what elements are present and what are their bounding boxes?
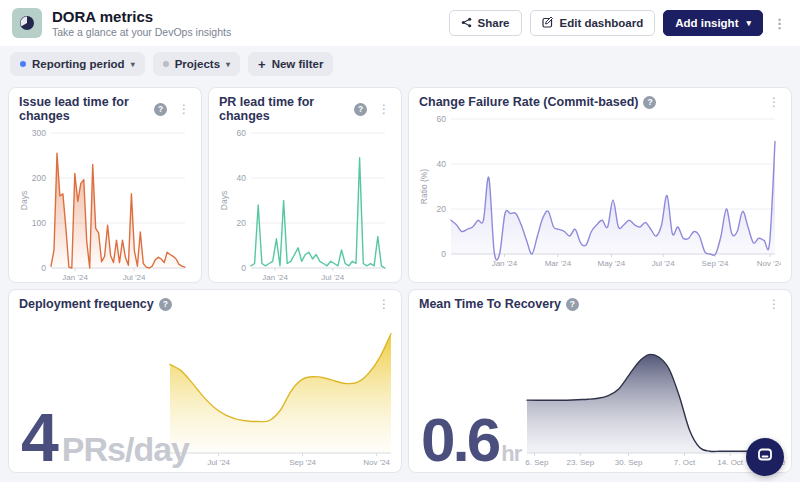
header-more-menu-icon[interactable]: ⋮ xyxy=(771,16,788,31)
dashboard-grid: Issue lead time for changes ? ⋮ 01002003… xyxy=(0,82,800,481)
svg-text:14. Oct: 14. Oct xyxy=(718,458,745,467)
svg-text:40: 40 xyxy=(237,173,247,183)
card-menu-icon[interactable]: ⋮ xyxy=(767,297,781,311)
svg-text:Jan '24: Jan '24 xyxy=(262,273,288,282)
card-header: PR lead time for changes ? ⋮ xyxy=(219,95,391,123)
reporting-period-label: Reporting period xyxy=(32,58,125,70)
big-number: 4 PRs/day xyxy=(21,405,189,470)
insight-card-deployment-frequency: Deployment frequency ? ⋮ Jul '24Sep '24N… xyxy=(8,289,402,473)
insight-card-pr-lead-time: PR lead time for changes ? ⋮ 0204060Jan … xyxy=(208,87,402,283)
plus-icon: + xyxy=(258,57,266,72)
add-insight-button[interactable]: Add insight ▾ xyxy=(663,10,763,36)
page-subtitle: Take a glance at your DevOps insights xyxy=(52,26,439,38)
reporting-period-filter[interactable]: Reporting period ▾ xyxy=(10,52,145,76)
card-header: Issue lead time for changes ? ⋮ xyxy=(19,95,191,123)
svg-text:May '24: May '24 xyxy=(597,259,625,268)
svg-text:0: 0 xyxy=(441,249,446,259)
chat-button[interactable] xyxy=(746,438,784,476)
svg-text:Jan '24: Jan '24 xyxy=(492,259,518,268)
svg-text:Nov '24: Nov '24 xyxy=(363,458,390,467)
header-text: DORA metrics Take a glance at your DevOp… xyxy=(52,8,439,38)
svg-text:Days: Days xyxy=(19,191,29,210)
edit-icon xyxy=(542,16,554,30)
insight-card-issue-lead-time: Issue lead time for changes ? ⋮ 01002003… xyxy=(8,87,202,283)
svg-text:Mar '24: Mar '24 xyxy=(545,259,572,268)
card-menu-icon[interactable]: ⋮ xyxy=(377,102,391,116)
dashboard-logo-icon xyxy=(12,8,42,38)
change-failure-rate-chart: 0204060Jan '24Mar '24May '24Jul '24Sep '… xyxy=(419,111,781,269)
card-title[interactable]: PR lead time for changes xyxy=(219,95,349,123)
card-header: Change Failure Rate (Commit-based) ? ⋮ xyxy=(419,95,781,109)
new-filter-button[interactable]: + New filter xyxy=(248,52,333,76)
card-menu-icon[interactable]: ⋮ xyxy=(767,95,781,109)
svg-text:Jul '24: Jul '24 xyxy=(321,273,344,282)
card-title[interactable]: Issue lead time for changes xyxy=(19,95,149,123)
help-icon[interactable]: ? xyxy=(354,103,367,116)
card-menu-icon[interactable]: ⋮ xyxy=(177,102,191,116)
add-insight-label: Add insight xyxy=(675,17,738,29)
big-number-unit: PRs/day xyxy=(62,430,189,469)
big-number: 0.6 hr xyxy=(421,411,521,470)
help-icon[interactable]: ? xyxy=(566,298,579,311)
svg-text:Sep '24: Sep '24 xyxy=(289,458,316,467)
svg-text:Jul '24: Jul '24 xyxy=(652,259,675,268)
pr-lead-time-chart: 0204060Jan '24Jul '24Days xyxy=(219,125,391,283)
card-title[interactable]: Deployment frequency xyxy=(19,297,154,311)
svg-text:20: 20 xyxy=(237,218,247,228)
card-menu-icon[interactable]: ⋮ xyxy=(377,297,391,311)
share-button[interactable]: Share xyxy=(449,10,522,36)
svg-text:100: 100 xyxy=(32,218,46,228)
svg-text:Ratio (%): Ratio (%) xyxy=(419,169,429,205)
svg-text:Days: Days xyxy=(219,191,229,210)
new-filter-label: New filter xyxy=(272,58,324,70)
big-number-value: 4 xyxy=(21,405,56,470)
dashboard-page: DORA metrics Take a glance at your DevOp… xyxy=(0,0,800,482)
svg-text:30. Sep: 30. Sep xyxy=(615,458,643,467)
edit-dashboard-label: Edit dashboard xyxy=(560,17,644,29)
filter-inactive-dot xyxy=(163,61,169,67)
share-button-label: Share xyxy=(478,17,510,29)
svg-text:0: 0 xyxy=(41,263,46,273)
svg-text:16. Sep: 16. Sep xyxy=(525,458,549,467)
big-number-unit: hr xyxy=(501,441,521,467)
svg-text:300: 300 xyxy=(32,128,46,138)
svg-text:60: 60 xyxy=(437,114,447,124)
big-number-value: 0.6 xyxy=(421,411,498,470)
svg-text:20: 20 xyxy=(437,204,447,214)
svg-text:40: 40 xyxy=(437,159,447,169)
projects-filter[interactable]: Projects ▾ xyxy=(153,52,240,76)
insight-card-mean-time-to-recovery: Mean Time To Recovery ? ⋮ 16. Sep23. Sep… xyxy=(408,289,792,473)
svg-text:200: 200 xyxy=(32,173,46,183)
edit-dashboard-button[interactable]: Edit dashboard xyxy=(530,10,656,36)
deployment-frequency-chart: Jul '24Sep '24Nov '24 xyxy=(168,322,395,468)
help-icon[interactable]: ? xyxy=(159,298,172,311)
issue-lead-time-chart: 0100200300Jan '24Jul '24Days xyxy=(19,125,191,283)
mean-time-to-recovery-chart: 16. Sep23. Sep30. Sep7. Oct14. Oct21. Oc… xyxy=(525,322,785,468)
chevron-down-icon: ▾ xyxy=(226,60,230,69)
svg-text:Jul '24: Jul '24 xyxy=(123,273,146,282)
chevron-down-icon: ▾ xyxy=(746,18,751,28)
help-icon[interactable]: ? xyxy=(643,96,656,109)
card-title[interactable]: Mean Time To Recovery xyxy=(419,297,561,311)
insight-card-change-failure-rate: Change Failure Rate (Commit-based) ? ⋮ 0… xyxy=(408,87,792,283)
svg-text:60: 60 xyxy=(237,128,247,138)
svg-text:Jul '24: Jul '24 xyxy=(207,458,230,467)
chat-bubble-icon xyxy=(756,446,774,468)
svg-text:7. Oct: 7. Oct xyxy=(674,458,696,467)
svg-text:23. Sep: 23. Sep xyxy=(567,458,595,467)
filter-active-dot xyxy=(20,61,26,67)
svg-text:Nov '24: Nov '24 xyxy=(757,259,781,268)
share-icon xyxy=(461,17,472,30)
svg-text:Jan '24: Jan '24 xyxy=(62,273,88,282)
header-actions: Share Edit dashboard Add insight ▾ ⋮ xyxy=(449,10,788,36)
chevron-down-icon: ▾ xyxy=(131,60,135,69)
header: DORA metrics Take a glance at your DevOp… xyxy=(0,0,800,46)
card-header: Deployment frequency ? ⋮ xyxy=(19,297,391,311)
page-title: DORA metrics xyxy=(52,8,439,25)
card-header: Mean Time To Recovery ? ⋮ xyxy=(419,297,781,311)
svg-text:Sep '24: Sep '24 xyxy=(702,259,729,268)
help-icon[interactable]: ? xyxy=(154,103,167,116)
svg-text:0: 0 xyxy=(241,263,246,273)
projects-label: Projects xyxy=(175,58,220,70)
card-title[interactable]: Change Failure Rate (Commit-based) xyxy=(419,95,638,109)
